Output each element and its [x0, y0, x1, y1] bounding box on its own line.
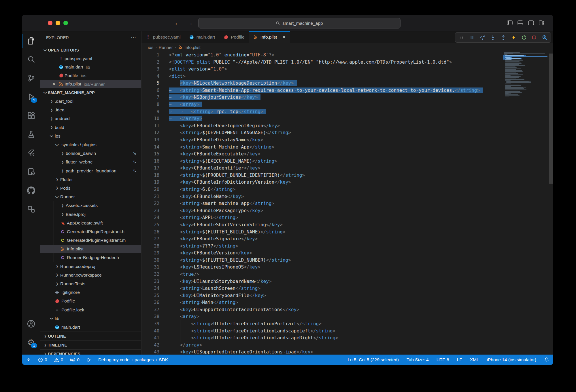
- activity-bar-item-project-settings[interactable]: [22, 162, 40, 181]
- open-editor-pubspec.yaml[interactable]: !pubspec.yaml: [40, 54, 141, 63]
- activity-bar-item-settings[interactable]: ⚙1: [22, 333, 40, 352]
- tree-item-Base.lproj[interactable]: ❯Base.lproj: [40, 210, 141, 218]
- status-item[interactable]: UTF-8: [437, 357, 449, 362]
- tree-item-lib[interactable]: ❯lib: [40, 314, 141, 323]
- open-editor-Podfile[interactable]: Podfileios: [40, 71, 141, 80]
- code-line-17: 17<key>CFBundleIdentifier</key>: [141, 165, 553, 172]
- breadcrumb-item-Info.plist[interactable]: Info.plist: [178, 45, 201, 50]
- close-icon[interactable]: ✕: [282, 35, 286, 40]
- tree-item-flutter_webrtc[interactable]: ❯flutter_webrtc↪: [40, 158, 141, 166]
- tree-item-Runner-Bridging-Header.h[interactable]: CRunner-Bridging-Header.h: [40, 253, 141, 262]
- section-dependencies[interactable]: ❯DEPENDENCIES: [40, 349, 141, 355]
- pause-button[interactable]: [467, 33, 477, 41]
- status-item-warning[interactable]: 0: [54, 357, 63, 362]
- activity-bar-item-explorer[interactable]: [22, 31, 40, 50]
- tree-item-AppDelegate.swift[interactable]: AppDelegate.swift: [40, 219, 141, 227]
- command-center-search[interactable]: smart_machine_app: [198, 18, 401, 28]
- chevron-down-icon: ❯: [50, 316, 54, 321]
- open-editor-Info.plist[interactable]: ✕Info.plistios/Runner: [40, 80, 141, 89]
- scrollbar-thumb[interactable]: [549, 54, 553, 184]
- back-icon[interactable]: ←: [174, 19, 181, 27]
- activity-bar-item-remote-explorer[interactable]: [22, 200, 40, 218]
- chevron-right-icon: ❯: [54, 264, 60, 268]
- step-out-button[interactable]: [498, 33, 508, 41]
- zoom-button[interactable]: [63, 21, 68, 25]
- activity-bar-item-accounts[interactable]: [22, 314, 40, 333]
- tab-Podfile[interactable]: Podfile: [219, 31, 249, 43]
- minimize-button[interactable]: [56, 21, 60, 25]
- section-timeline[interactable]: ❯TIMELINE: [40, 340, 141, 349]
- panel-left-icon[interactable]: [507, 20, 513, 25]
- tab-pubspec.yaml[interactable]: !pubspec.yaml: [141, 31, 185, 43]
- status-item[interactable]: Tab Size: 4: [407, 357, 429, 362]
- tree-item-Runner[interactable]: ❯Runner: [40, 193, 141, 201]
- hot-reload-button[interactable]: [509, 33, 518, 41]
- close-icon[interactable]: ✕: [50, 81, 58, 87]
- status-item-debug[interactable]: [86, 357, 91, 362]
- activity-bar-item-run-debug[interactable]: 1: [22, 87, 40, 106]
- line-number: 37: [141, 306, 159, 313]
- panel-bottom-icon[interactable]: [518, 20, 523, 25]
- step-over-button[interactable]: [478, 33, 487, 41]
- tree-item-path_provider_foundation[interactable]: ❯path_provider_foundation↪: [40, 167, 141, 175]
- tree-item-.symlinks-plugins[interactable]: ❯.symlinks / plugins: [40, 140, 141, 149]
- tree-item-Pods[interactable]: ❯Pods: [40, 184, 141, 193]
- activity-bar-item-search[interactable]: [22, 50, 40, 69]
- tree-item-ios[interactable]: ❯ios: [40, 132, 141, 140]
- tree-item-GeneratedPluginRegistrant.m[interactable]: CGeneratedPluginRegistrant.m: [40, 236, 141, 245]
- tree-item-.idea[interactable]: ❯.idea: [40, 106, 141, 114]
- tree-item-Podfile[interactable]: Podfile: [40, 297, 141, 305]
- breadcrumb-item-ios[interactable]: ios: [148, 45, 153, 50]
- minimap[interactable]: [503, 52, 548, 355]
- status-item-bell[interactable]: [544, 357, 549, 362]
- inspector-button[interactable]: [540, 33, 549, 41]
- tree-item-Assets.xcassets[interactable]: ❯Assets.xcassets: [40, 201, 141, 210]
- customize-layout-icon[interactable]: [539, 20, 545, 25]
- forward-icon[interactable]: →: [186, 19, 193, 27]
- activity-bar-item-flutter[interactable]: [22, 144, 40, 162]
- tree-item-.dart_tool[interactable]: ❯.dart_tool: [40, 97, 141, 106]
- tree-item-bonsoir_darwin[interactable]: ❯bonsoir_darwin↪: [40, 149, 141, 158]
- project-section[interactable]: ❯ SMART_MACHINE_APP: [40, 88, 141, 97]
- status-item[interactable]: iPhone 14 (ios simulator): [487, 357, 536, 362]
- tree-item-Info.plist[interactable]: Info.plist: [40, 245, 141, 253]
- tree-item-RunnerTests[interactable]: ❯RunnerTests: [40, 279, 141, 288]
- tree-item-build[interactable]: ❯build: [40, 123, 141, 132]
- more-actions-icon[interactable]: ⋯: [131, 35, 137, 41]
- restart-button[interactable]: [519, 33, 528, 41]
- plist-file-icon: [58, 82, 65, 86]
- open-editor-main.dart[interactable]: main.dartlib: [40, 63, 141, 72]
- status-item[interactable]: Ln 5, Col 5 (229 selected): [348, 357, 399, 362]
- status-item-remote[interactable]: [26, 357, 31, 362]
- stop-button[interactable]: [530, 33, 539, 41]
- status-item[interactable]: LF: [457, 357, 462, 362]
- tab-Info.plist[interactable]: Info.plist✕: [249, 31, 290, 43]
- tree-item-Runner.xcodeproj[interactable]: ❯Runner.xcodeproj: [40, 262, 141, 271]
- open-editors-section[interactable]: ❯ OPEN EDITORS: [40, 46, 141, 54]
- code-editor[interactable]: 1<?xml version="1.0" encoding="UTF-8"?>2…: [141, 52, 553, 355]
- tab-main.dart[interactable]: main.dart: [185, 31, 220, 43]
- status-item-error[interactable]: 0: [38, 357, 47, 362]
- split-editor-icon[interactable]: [528, 20, 534, 25]
- close-button[interactable]: [48, 21, 52, 25]
- status-item-broadcast[interactable]: 0: [70, 357, 80, 362]
- tree-item-Runner.xcworkspace[interactable]: ❯Runner.xcworkspace: [40, 271, 141, 279]
- status-item[interactable]: XML: [470, 357, 479, 362]
- section-outline[interactable]: ❯OUTLINE: [40, 332, 141, 340]
- activity-bar-item-extensions[interactable]: [22, 106, 40, 125]
- activity-bar-item-source-control[interactable]: [22, 69, 40, 87]
- tree-item-.gitignore[interactable]: .gitignore: [40, 288, 141, 297]
- status-item[interactable]: Debug my code + packages + SDK: [98, 357, 168, 362]
- tree-item-Flutter[interactable]: ❯Flutter: [40, 175, 141, 184]
- step-into-button[interactable]: [488, 33, 497, 41]
- breadcrumb-item-Runner[interactable]: Runner: [159, 45, 173, 50]
- breadcrumb[interactable]: ios›Runner›Info.plist: [141, 43, 553, 52]
- line-number: 6: [141, 87, 159, 94]
- activity-bar-item-testing[interactable]: [22, 125, 40, 144]
- tree-item-android[interactable]: ❯android: [40, 114, 141, 123]
- tree-item-GeneratedPluginRegistrant.h[interactable]: CGeneratedPluginRegistrant.h: [40, 227, 141, 236]
- tree-item-Podfile.lock[interactable]: ≡Podfile.lock: [40, 306, 141, 314]
- tree-item-main.dart[interactable]: main.dart: [40, 323, 141, 332]
- ch-file-icon: C: [60, 229, 65, 234]
- activity-bar-item-github[interactable]: [22, 181, 40, 200]
